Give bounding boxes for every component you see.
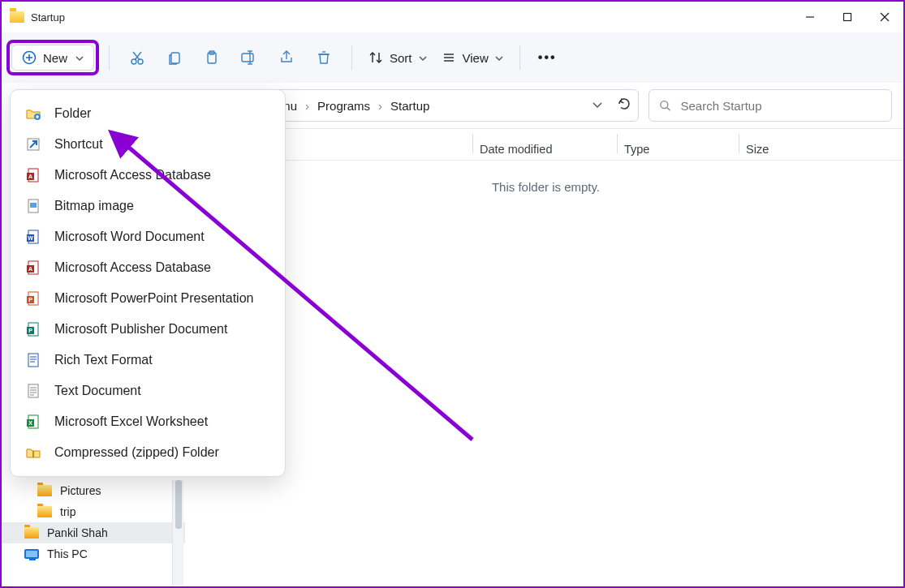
search-input[interactable]: [680, 99, 881, 113]
new-menu-item-zip[interactable]: Compressed (zipped) Folder: [11, 437, 285, 468]
search-box[interactable]: [649, 89, 892, 122]
svg-rect-11: [171, 53, 179, 63]
toolbar-separator: [519, 45, 520, 70]
new-menu-item-folder[interactable]: Folder: [11, 98, 285, 129]
toolbar-separator: [109, 45, 110, 70]
annotation-highlight: New: [6, 40, 99, 75]
paste-button[interactable]: [194, 41, 230, 74]
titlebar: Startup: [2, 2, 903, 32]
chevron-down-icon: [75, 51, 84, 65]
svg-rect-60: [32, 451, 34, 457]
menu-item-label: Microsoft Excel Worksheet: [54, 414, 208, 429]
new-button[interactable]: New: [11, 45, 94, 71]
menu-item-label: Microsoft Word Document: [54, 230, 205, 244]
delete-button[interactable]: [306, 41, 342, 74]
column-size[interactable]: Size: [746, 143, 769, 156]
new-menu-item-text[interactable]: Text Document: [11, 376, 285, 406]
svg-rect-48: [28, 354, 38, 367]
new-menu-item-powerpoint[interactable]: P Microsoft PowerPoint Presentation: [11, 283, 285, 314]
minimize-button[interactable]: [791, 2, 829, 32]
sidebar-item-pictures[interactable]: Pictures: [2, 480, 185, 501]
svg-rect-35: [30, 203, 37, 208]
svg-point-8: [138, 59, 143, 64]
access-file-icon: A: [25, 167, 41, 183]
monitor-icon: [24, 549, 39, 559]
sidebar-item-label: trip: [60, 505, 75, 518]
powerpoint-file-icon: P: [25, 290, 41, 307]
menu-item-label: Microsoft PowerPoint Presentation: [54, 291, 253, 306]
chevron-right-icon: ›: [305, 99, 309, 113]
nav-tree: Pictures trip Pankil Shah This PC: [2, 480, 185, 564]
toolbar-separator: [351, 45, 352, 70]
copy-button[interactable]: [157, 41, 192, 74]
shortcut-icon: [25, 136, 41, 152]
menu-item-label: Shortcut: [54, 137, 103, 152]
svg-point-7: [131, 59, 136, 64]
maximize-button[interactable]: [829, 2, 866, 32]
new-menu-item-bitmap[interactable]: Bitmap image: [11, 191, 285, 221]
menu-item-label: Folder: [54, 106, 91, 121]
close-button[interactable]: [866, 2, 903, 32]
folder-icon: [24, 527, 39, 539]
new-menu-item-shortcut[interactable]: Shortcut: [11, 129, 285, 160]
new-button-label: New: [43, 51, 67, 65]
sidebar-scrollbar[interactable]: [172, 480, 183, 586]
bitmap-file-icon: [25, 198, 41, 214]
text-file-icon: [25, 383, 41, 399]
new-menu: Folder Shortcut A Microsoft Access Datab…: [10, 89, 286, 477]
share-button[interactable]: [269, 41, 304, 74]
sidebar-item-label: This PC: [47, 547, 88, 560]
cut-button[interactable]: [119, 41, 155, 74]
access-file-icon: A: [25, 260, 41, 276]
svg-text:P: P: [28, 297, 32, 303]
menu-item-label: Microsoft Access Database: [54, 260, 211, 275]
empty-folder-message: This folder is empty.: [188, 180, 903, 194]
folder-plus-icon: [25, 105, 41, 122]
word-file-icon: W: [25, 229, 41, 245]
sidebar-item-label: Pictures: [60, 484, 101, 497]
chevron-down-icon: [419, 51, 427, 65]
sort-label: Sort: [390, 51, 412, 65]
column-date[interactable]: Date modified: [480, 143, 552, 156]
svg-text:P: P: [28, 328, 32, 333]
menu-item-label: Compressed (zipped) Folder: [54, 445, 219, 460]
new-menu-item-excel[interactable]: X Microsoft Excel Worksheet: [11, 406, 285, 437]
menu-item-label: Microsoft Publisher Document: [54, 322, 227, 337]
svg-rect-52: [28, 384, 38, 397]
new-menu-item-access[interactable]: A Microsoft Access Database: [11, 160, 285, 191]
new-menu-item-word[interactable]: W Microsoft Word Document: [11, 221, 285, 252]
menu-item-label: Text Document: [54, 384, 141, 398]
sort-button[interactable]: Sort: [362, 41, 433, 74]
zip-folder-icon: [25, 444, 41, 461]
sidebar-item-trip[interactable]: trip: [2, 501, 185, 522]
menu-item-label: Rich Text Format: [54, 353, 153, 367]
svg-text:X: X: [28, 420, 32, 426]
menu-item-label: Microsoft Access Database: [54, 168, 211, 182]
menu-item-label: Bitmap image: [54, 199, 134, 213]
refresh-button[interactable]: [617, 97, 631, 114]
scrollbar-thumb[interactable]: [175, 480, 182, 529]
breadcrumb-segment[interactable]: Programs: [317, 99, 370, 113]
chevron-right-icon: ›: [378, 99, 382, 113]
sidebar-item-label: Pankil Shah: [47, 526, 108, 539]
window-title: Startup: [31, 11, 65, 24]
view-label: View: [463, 51, 489, 65]
column-headers: Name Date modified Type Size: [188, 128, 903, 161]
sidebar-item-user[interactable]: Pankil Shah: [2, 522, 185, 543]
rename-button[interactable]: [231, 41, 267, 74]
sidebar-item-this-pc[interactable]: This PC: [2, 543, 185, 564]
svg-rect-1: [844, 14, 851, 21]
publisher-file-icon: P: [25, 321, 41, 337]
column-type[interactable]: Type: [624, 143, 649, 156]
new-menu-item-access2[interactable]: A Microsoft Access Database: [11, 252, 285, 283]
new-menu-item-publisher[interactable]: P Microsoft Publisher Document: [11, 314, 285, 345]
view-button[interactable]: View: [435, 41, 510, 74]
new-menu-item-rtf[interactable]: Rich Text Format: [11, 345, 285, 376]
svg-line-26: [667, 108, 670, 111]
svg-text:W: W: [28, 235, 33, 241]
address-dropdown-icon[interactable]: [593, 98, 602, 113]
folder-icon: [37, 485, 52, 496]
breadcrumb-segment[interactable]: Startup: [390, 99, 429, 113]
svg-text:A: A: [28, 174, 32, 179]
more-button[interactable]: •••: [530, 50, 565, 65]
